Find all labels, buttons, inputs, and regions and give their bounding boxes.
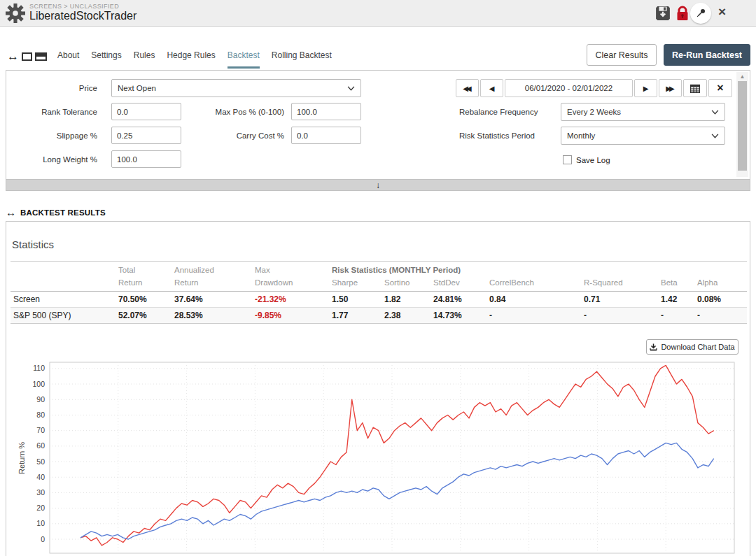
- next-period-button[interactable]: ▶: [634, 79, 657, 97]
- save-icon[interactable]: [655, 6, 671, 21]
- save-log-label: Save Log: [576, 156, 610, 164]
- row-name: S&P 500 (SPY): [10, 308, 115, 324]
- rerun-backtest-button[interactable]: Re-Run Backtest: [664, 44, 750, 66]
- y-tick-label: 100: [32, 380, 45, 388]
- calendar-icon: [690, 84, 700, 93]
- returns-chart: 0102030405060708090100110Return %: [16, 359, 738, 556]
- col-alpha: Alpha: [694, 276, 747, 292]
- page-title: LiberatedStockTrader: [29, 10, 136, 22]
- window-restore-icon[interactable]: [22, 52, 32, 61]
- calendar-button[interactable]: [683, 79, 707, 97]
- long-weight-input[interactable]: [111, 150, 181, 168]
- save-log-field: Save Log: [563, 153, 610, 166]
- tab-hedge-rules[interactable]: Hedge Rules: [167, 50, 215, 69]
- carry-cost-input[interactable]: [291, 127, 361, 144]
- y-tick-label: 80: [36, 411, 45, 419]
- backtest-results-header: ↔ BACKTEST RESULTS: [6, 207, 106, 218]
- tab-rules[interactable]: Rules: [134, 50, 155, 69]
- app-window: SCREENS > UNCLASSIFIED LiberatedStockTra…: [0, 0, 756, 556]
- max-pos-input[interactable]: [291, 103, 361, 120]
- col-rsquared: R-Squared: [581, 276, 658, 292]
- max-pos-label: Max Pos % (0-100): [190, 103, 284, 121]
- y-tick-label: 10: [36, 519, 45, 527]
- price-value: Next Open: [118, 84, 156, 92]
- rebalance-frequency-value: Every 2 Weeks: [567, 108, 621, 116]
- arrow-down-icon: ↓: [376, 181, 380, 190]
- y-tick-label: 50: [36, 457, 45, 466]
- statistics-table: Total Annualized Max Risk Statistics (MO…: [10, 261, 747, 324]
- y-tick-label: 70: [36, 426, 45, 434]
- line-chart: 0102030405060708090100110Return %: [16, 359, 738, 556]
- save-log-checkbox[interactable]: [563, 155, 572, 164]
- last-period-button[interactable]: ▶▶: [659, 79, 682, 97]
- long-weight-label: Long Weight %: [13, 150, 97, 169]
- col-sharpe: Sharpe: [329, 276, 382, 292]
- y-tick-label: 110: [33, 364, 45, 372]
- slippage-input[interactable]: [111, 127, 181, 144]
- scrollbar-thumb[interactable]: [738, 81, 747, 171]
- first-period-button[interactable]: ◀◀: [456, 79, 479, 97]
- resize-horizontal-icon[interactable]: ↔: [7, 50, 19, 62]
- y-tick-label: 0: [41, 535, 45, 543]
- rank-tolerance-label: Rank Tolerance: [13, 103, 97, 121]
- price-label: Price: [13, 79, 97, 97]
- date-range-toolbar: ◀◀ ◀ 06/01/2020 - 02/01/2022 ▶ ▶▶ ×: [456, 79, 732, 97]
- backtest-results-panel: Statistics Total Annualized Max Risk Sta…: [6, 221, 750, 556]
- tab-backtest[interactable]: Backtest: [227, 50, 260, 69]
- backtest-results-title: BACKTEST RESULTS: [20, 208, 106, 217]
- chevron-down-icon: [711, 134, 719, 138]
- rebalance-frequency-select[interactable]: Every 2 Weeks: [561, 103, 725, 121]
- clear-date-button[interactable]: ×: [708, 79, 732, 97]
- download-icon: [650, 343, 657, 351]
- lock-icon[interactable]: [675, 6, 690, 21]
- breadcrumb: SCREENS > UNCLASSIFIED: [29, 3, 119, 10]
- gear-icon[interactable]: [6, 3, 25, 23]
- table-header-row-sub: Return Return Drawdown Sharpe Sortino St…: [10, 276, 747, 292]
- col-total: Total: [115, 262, 172, 277]
- y-tick-label: 30: [36, 488, 45, 497]
- y-tick-label: 90: [36, 395, 45, 404]
- rebalance-frequency-label: Rebalance Frequency: [459, 103, 561, 121]
- download-button-label: Download Chart Data: [661, 343, 734, 351]
- tab-about[interactable]: About: [57, 50, 79, 69]
- tab-settings[interactable]: Settings: [91, 50, 121, 69]
- y-tick-label: 40: [36, 473, 45, 481]
- window-maximize-icon[interactable]: [35, 52, 47, 61]
- statistics-title: Statistics: [12, 238, 54, 250]
- table-row-benchmark: S&P 500 (SPY) 52.07% 28.53% -9.85% 1.77 …: [10, 308, 747, 324]
- download-chart-data-button[interactable]: Download Chart Data: [646, 339, 738, 355]
- rank-tolerance-input[interactable]: [111, 103, 181, 120]
- slippage-label: Slippage %: [13, 127, 97, 145]
- top-header: SCREENS > UNCLASSIFIED LiberatedStockTra…: [0, 0, 756, 27]
- previous-period-button[interactable]: ◀: [480, 79, 503, 97]
- pin-button[interactable]: [690, 3, 711, 24]
- carry-cost-label: Carry Cost %: [190, 127, 284, 145]
- col-sortino: Sortino: [382, 276, 430, 292]
- y-tick-label: 60: [36, 441, 45, 450]
- form-scrollbar[interactable]: ▲: [736, 72, 748, 177]
- price-select[interactable]: Next Open: [111, 79, 361, 97]
- col-return-1: Return: [115, 276, 172, 292]
- risk-statistics-period-select[interactable]: Monthly: [561, 127, 725, 145]
- clear-results-button[interactable]: Clear Results: [587, 44, 657, 66]
- collapse-panel-bar[interactable]: ↓: [6, 179, 750, 191]
- close-icon[interactable]: ×: [718, 4, 726, 20]
- risk-statistics-period-label: Risk Statistics Period: [459, 127, 561, 145]
- row-name: Screen: [10, 292, 115, 308]
- window-controls: ↔: [7, 50, 47, 62]
- col-max: Max: [252, 262, 329, 277]
- backtest-settings-panel: Price Next Open ◀◀ ◀ 06/01/2020 - 02/01/…: [6, 70, 750, 179]
- col-drawdown: Drawdown: [252, 276, 329, 292]
- resize-horizontal-icon[interactable]: ↔: [6, 207, 16, 218]
- tab-rolling-backtest[interactable]: Rolling Backtest: [272, 50, 332, 69]
- risk-statistics-period-value: Monthly: [567, 131, 595, 140]
- col-correlbench: CorrelBench: [486, 276, 581, 292]
- table-row-screen: Screen 70.50% 37.64% -21.32% 1.50 1.82 2…: [10, 292, 747, 308]
- chevron-down-icon: [347, 86, 355, 91]
- chevron-down-icon: [711, 110, 719, 115]
- y-tick-label: 20: [36, 504, 45, 512]
- col-annualized: Annualized: [172, 262, 252, 277]
- date-range-display[interactable]: 06/01/2020 - 02/01/2022: [505, 79, 633, 97]
- scroll-up-arrow-icon[interactable]: ▲: [736, 72, 748, 80]
- tab-bar: About Settings Rules Hedge Rules Backtes…: [57, 50, 332, 69]
